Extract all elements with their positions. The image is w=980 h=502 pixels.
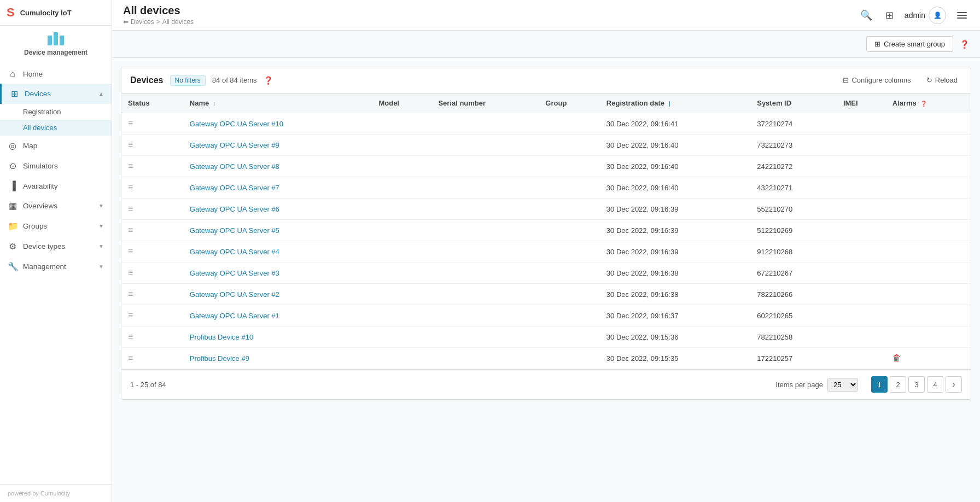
next-page-button[interactable]: › <box>946 376 962 393</box>
configure-columns-button[interactable]: ⊟ Configure columns <box>838 74 915 86</box>
cell-name[interactable]: Gateway OPC UA Server #1 <box>183 305 372 326</box>
search-icon[interactable]: 🔍 <box>858 7 874 24</box>
user-area[interactable]: admin 👤 <box>905 7 946 24</box>
devices-table: Status Name ↕ Model Serial number Group … <box>121 94 971 369</box>
cell-status: ≡ <box>121 305 183 326</box>
sidebar-item-devices[interactable]: ⊞ Devices ▲ <box>0 84 112 104</box>
table-row: ≡ Gateway OPC UA Server #8 30 Dec 2022, … <box>121 156 971 177</box>
sidebar-item-map[interactable]: ◎ Map <box>0 136 112 156</box>
cell-model <box>372 326 431 348</box>
status-icon: ≡ <box>128 353 133 363</box>
cell-model <box>372 241 431 262</box>
sidebar-item-availability[interactable]: ▐ Availability <box>0 176 112 196</box>
cell-model <box>372 348 431 369</box>
management-icon: 🔧 <box>8 261 18 272</box>
sidebar-item-overviews[interactable]: ▦ Overviews ▼ <box>0 196 112 216</box>
map-icon: ◎ <box>8 141 18 151</box>
sidebar-header: S Cumulocity IoT <box>0 0 112 26</box>
col-alarms: Alarms ❓ <box>886 94 971 113</box>
status-icon: ≡ <box>128 140 133 149</box>
status-icon: ≡ <box>128 119 133 128</box>
menu-line-3 <box>957 17 967 19</box>
grid-icon[interactable]: ⊞ <box>883 7 896 24</box>
cell-status: ≡ <box>121 113 183 135</box>
cell-reg-date: 30 Dec 2022, 09:16:40 <box>600 177 750 199</box>
cell-model <box>372 262 431 284</box>
table-row: ≡ Gateway OPC UA Server #3 30 Dec 2022, … <box>121 262 971 284</box>
cell-alarms <box>886 326 971 348</box>
breadcrumb-separator: > <box>156 18 160 26</box>
sidebar-item-all-devices[interactable]: All devices <box>0 120 112 136</box>
cell-name[interactable]: Gateway OPC UA Server #4 <box>183 241 372 262</box>
cell-alarms <box>886 241 971 262</box>
table-row: ≡ Gateway OPC UA Server #2 30 Dec 2022, … <box>121 284 971 305</box>
sidebar-item-home[interactable]: ⌂ Home <box>0 64 112 84</box>
sidebar-item-availability-label: Availability <box>23 182 104 190</box>
cell-name[interactable]: Gateway OPC UA Server #2 <box>183 284 372 305</box>
sidebar-item-groups-label: Groups <box>23 222 93 230</box>
cell-imei <box>837 305 886 326</box>
cell-alarms <box>886 199 971 220</box>
page-1-button[interactable]: 1 <box>871 376 888 393</box>
cell-serial <box>431 156 539 177</box>
breadcrumb-home[interactable]: Devices <box>131 18 154 26</box>
page-4-button[interactable]: 4 <box>927 376 943 393</box>
page-2-button[interactable]: 2 <box>890 376 906 393</box>
col-reg-date[interactable]: Registration date | <box>600 94 750 113</box>
cell-model <box>372 220 431 241</box>
reload-button[interactable]: ↻ Reload <box>922 74 962 86</box>
status-icon: ≡ <box>128 225 133 235</box>
cell-system-id: 512210269 <box>750 220 837 241</box>
sidebar-item-management-label: Management <box>23 262 93 271</box>
sidebar-item-device-types[interactable]: ⚙ Device types ▼ <box>0 236 112 256</box>
configure-columns-label: Configure columns <box>851 76 911 84</box>
cell-name[interactable]: Gateway OPC UA Server #8 <box>183 156 372 177</box>
cell-group <box>539 113 600 135</box>
cell-alarms <box>886 284 971 305</box>
smart-group-bar: ⊞ Create smart group ❓ <box>112 31 980 58</box>
delete-icon[interactable]: 🗑 <box>892 353 901 363</box>
sidebar-item-management[interactable]: 🔧 Management ▼ <box>0 256 112 277</box>
sidebar-item-registration[interactable]: Registration <box>0 104 112 120</box>
devices-panel-title: Devices <box>130 75 164 85</box>
create-smart-group-button[interactable]: ⊞ Create smart group <box>866 36 953 52</box>
cell-name[interactable]: Gateway OPC UA Server #10 <box>183 113 372 135</box>
cell-name[interactable]: Gateway OPC UA Server #3 <box>183 262 372 284</box>
cell-imei <box>837 220 886 241</box>
cell-system-id: 432210271 <box>750 177 837 199</box>
cell-name[interactable]: Gateway OPC UA Server #5 <box>183 220 372 241</box>
cell-system-id: 782210258 <box>750 326 837 348</box>
device-types-icon: ⚙ <box>8 241 18 252</box>
groups-icon: 📁 <box>8 221 18 231</box>
table-row: ≡ Gateway OPC UA Server #4 30 Dec 2022, … <box>121 241 971 262</box>
page-3-button[interactable]: 3 <box>908 376 925 393</box>
cell-serial <box>431 326 539 348</box>
breadcrumb-current: All devices <box>162 18 194 26</box>
help-icon[interactable]: ❓ <box>960 40 969 49</box>
cell-group <box>539 220 600 241</box>
col-name[interactable]: Name ↕ <box>183 94 372 113</box>
sidebar-item-groups[interactable]: 📁 Groups ▼ <box>0 216 112 236</box>
cell-name[interactable]: Gateway OPC UA Server #9 <box>183 135 372 156</box>
device-management-label: Device management <box>24 49 88 56</box>
cell-status: ≡ <box>121 156 183 177</box>
sidebar-item-simulators[interactable]: ⊙ Simulators <box>0 156 112 176</box>
items-help-icon[interactable]: ❓ <box>264 76 273 85</box>
sidebar: S Cumulocity IoT Device management ⌂ Hom… <box>0 0 112 502</box>
items-per-page-select[interactable]: 25 50 100 <box>827 378 858 392</box>
sidebar-item-device-types-label: Device types <box>23 242 93 250</box>
cell-reg-date: 30 Dec 2022, 09:16:38 <box>600 284 750 305</box>
cell-name[interactable]: Profibus Device #10 <box>183 326 372 348</box>
cell-name[interactable]: Gateway OPC UA Server #7 <box>183 177 372 199</box>
menu-icon[interactable] <box>955 10 969 21</box>
cell-model <box>372 199 431 220</box>
status-icon: ≡ <box>128 204 133 213</box>
cell-imei <box>837 348 886 369</box>
cell-name[interactable]: Gateway OPC UA Server #6 <box>183 199 372 220</box>
cell-system-id: 602210265 <box>750 305 837 326</box>
cell-name[interactable]: Profibus Device #9 <box>183 348 372 369</box>
cell-imei <box>837 156 886 177</box>
cell-group <box>539 135 600 156</box>
home-icon: ⌂ <box>8 69 18 79</box>
simulators-icon: ⊙ <box>8 161 18 171</box>
